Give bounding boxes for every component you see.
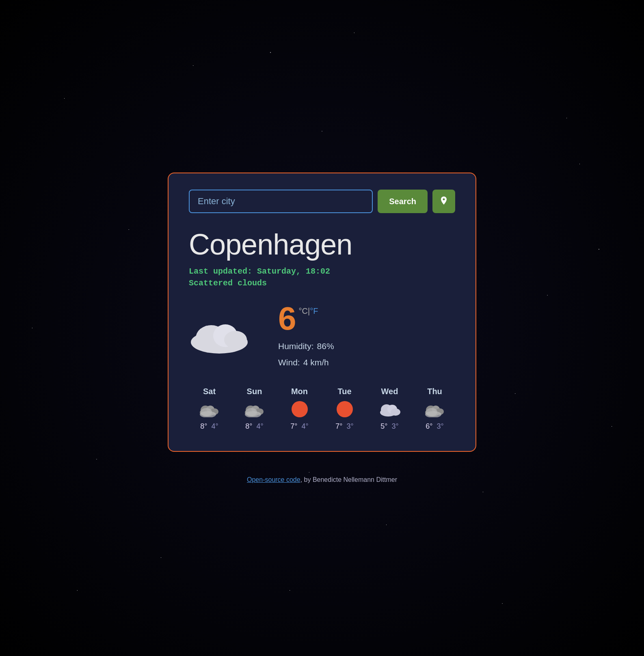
location-pin-icon [440,196,448,206]
fahrenheit-unit[interactable]: °F [310,306,318,316]
forecast-icon-sat [199,401,220,417]
weather-description: Scattered clouds [189,278,455,288]
temperature-value: 6 [278,302,296,335]
forecast-day-label: Wed [381,387,398,396]
forecast-temps-mon: 7° 4° [290,422,308,431]
svg-point-15 [246,408,257,416]
svg-point-19 [391,408,400,416]
forecast-day-sun: Sun 8° 4° [234,387,275,431]
footer-suffix: , by Benedicte Nellemann Dittmer [300,476,397,483]
forecast-day-sat: Sat 8° 4° [189,387,230,431]
forecast-row: Sat 8° 4° Sun [189,387,455,431]
forecast-icon-wed [379,401,400,417]
city-input[interactable] [189,190,373,213]
forecast-icon-tue [337,401,353,417]
svg-point-25 [426,408,437,416]
forecast-day-thu: Thu 6° 3° [414,387,455,431]
forecast-temps-tue: 7° 3° [335,422,353,431]
forecast-day-label: Mon [291,387,308,396]
location-button[interactable] [432,190,455,213]
humidity-label: Humidity: [278,341,314,351]
current-weather-section: 6 °C | °F Humidity: 86% Wind: 4 km/h [189,302,455,367]
forecast-day-label: Sat [203,387,216,396]
forecast-day-label: Sun [247,387,262,396]
forecast-icon-sun [244,401,265,417]
weather-card: Search Copenhagen Last updated: Saturday… [168,173,476,452]
forecast-day-wed: Wed 5° 3° [369,387,410,431]
temperature-section: 6 °C | °F Humidity: 86% Wind: 4 km/h [278,302,334,367]
svg-point-9 [201,408,212,416]
forecast-temps-sun: 8° 4° [245,422,263,431]
forecast-day-tue: Tue 7° 3° [324,387,365,431]
humidity-value: 86% [317,341,334,351]
open-source-link[interactable]: Open-source code [247,476,300,483]
forecast-icon-thu [424,401,445,417]
wind-row: Wind: 4 km/h [278,358,334,367]
forecast-day-label: Tue [337,387,351,396]
wind-label: Wind: [278,358,300,367]
footer: Open-source code, by Benedicte Nellemann… [247,476,397,483]
svg-point-3 [224,331,247,349]
search-row: Search [189,190,455,213]
celsius-unit[interactable]: °C [299,306,308,316]
temperature-units: °C | °F [299,306,318,316]
forecast-day-mon: Mon 7° 4° [279,387,320,431]
wind-value: 4 km/h [303,358,329,367]
city-name: Copenhagen [189,228,455,261]
humidity-row: Humidity: 86% [278,341,334,351]
forecast-temps-wed: 5° 3° [380,422,398,431]
forecast-day-label: Thu [427,387,442,396]
last-updated: Last updated: Saturday, 18:02 [189,267,455,276]
search-button[interactable]: Search [378,190,428,213]
main-weather-icon [189,315,254,355]
forecast-icon-mon [292,401,308,417]
forecast-temps-sat: 8° 4° [200,422,218,431]
forecast-temps-thu: 6° 3° [426,422,443,431]
temperature-row: 6 °C | °F [278,302,334,335]
